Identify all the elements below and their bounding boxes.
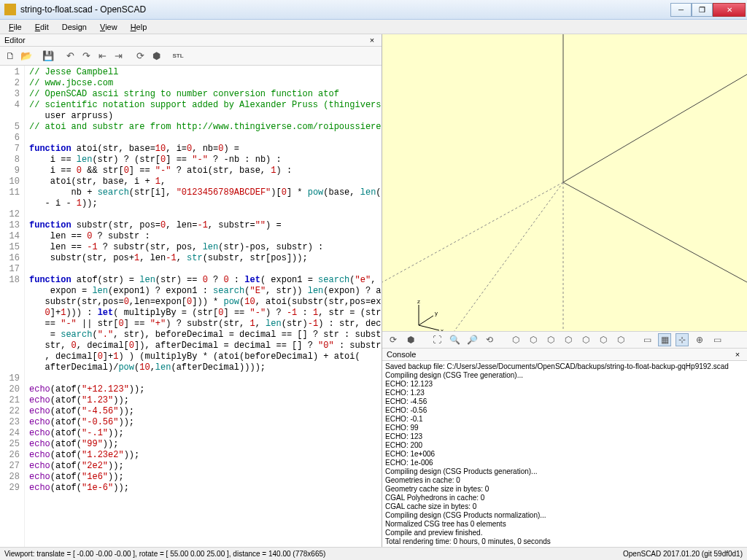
status-right: OpenSCAD 2017.01.20 (git 59df0d1)	[623, 550, 743, 558]
vt-front-icon[interactable]: ⬡	[579, 333, 592, 346]
menu-help[interactable]: Help	[125, 21, 153, 33]
console-output[interactable]: Saved backup file: C:/Users/Jesse/Docume…	[382, 361, 747, 547]
close-button[interactable]: ✕	[713, 3, 746, 17]
editor-header-label: Editor	[4, 36, 26, 44]
window-buttons: ─ ❐ ✕	[670, 3, 746, 17]
vt-diag-icon[interactable]: ⬡	[614, 333, 627, 346]
editor-header: Editor ×	[0, 34, 382, 47]
maximize-button[interactable]: ❐	[692, 3, 713, 17]
main-area: Editor × 🗋 📂 💾 ↶ ↷ ⇤ ⇥ ⟳ ⬢ STL 123456789…	[0, 34, 747, 547]
svg-line-7	[419, 325, 439, 330]
console-header: Console ×	[382, 349, 747, 361]
viewport-3d[interactable]: z x y	[382, 34, 747, 331]
svg-line-2	[563, 182, 747, 282]
undo-icon[interactable]: ↶	[63, 49, 77, 63]
vt-top-icon[interactable]: ⬡	[527, 333, 540, 346]
vt-persp-icon[interactable]: ▭	[640, 333, 654, 346]
menu-design[interactable]: Design	[56, 21, 93, 33]
svg-line-4	[426, 182, 563, 331]
app-icon	[4, 4, 16, 15]
vt-axes-icon[interactable]: ⊹	[676, 333, 689, 346]
vt-scale-icon[interactable]: ▭	[711, 333, 724, 346]
svg-text:y: y	[435, 310, 438, 316]
svg-text:z: z	[417, 298, 420, 305]
vt-cross-icon[interactable]: ⊕	[693, 333, 706, 346]
vt-render-icon[interactable]: ⬢	[404, 333, 417, 346]
svg-line-3	[382, 182, 563, 282]
code-area[interactable]: // Jesse Campbell// www.jbcse.com// Open…	[25, 66, 382, 547]
new-icon[interactable]: 🗋	[3, 49, 18, 63]
svg-line-8	[419, 316, 433, 325]
menu-edit[interactable]: Edit	[29, 21, 55, 33]
vt-viewall-icon[interactable]: ⛶	[430, 333, 444, 346]
indent-icon[interactable]: ⇥	[111, 49, 125, 63]
menubar: File Edit Design View Help	[0, 20, 747, 34]
vt-back-icon[interactable]: ⬡	[597, 333, 610, 346]
vt-zoomout-icon[interactable]: 🔎	[465, 333, 479, 346]
view-toolbar: ⟳ ⬢ ⛶ 🔍 🔎 ⟲ ⬡ ⬡ ⬡ ⬡ ⬡ ⬡ ⬡ ▭ ▦ ⊹ ⊕ ▭	[382, 331, 747, 349]
minimize-button[interactable]: ─	[670, 3, 692, 17]
menu-file[interactable]: File	[3, 21, 28, 33]
open-icon[interactable]: 📂	[19, 49, 34, 63]
titlebar: string-to-float.scad - OpenSCAD ─ ❐ ✕	[0, 0, 747, 20]
vt-bottom-icon[interactable]: ⬡	[544, 333, 557, 346]
grid-lines-icon	[382, 34, 747, 331]
redo-icon[interactable]: ↷	[79, 49, 93, 63]
unindent-icon[interactable]: ⇤	[95, 49, 109, 63]
console-pane: Console × Saved backup file: C:/Users/Je…	[382, 349, 747, 547]
render-icon[interactable]: ⬢	[149, 49, 163, 63]
console-header-label: Console	[387, 350, 416, 359]
editor-close-icon[interactable]: ×	[367, 36, 377, 44]
menu-view[interactable]: View	[94, 21, 123, 33]
line-gutter: 1234567891011121314151617181920212223242…	[0, 66, 25, 547]
vt-ortho-icon[interactable]: ▦	[658, 333, 671, 346]
export-stl-icon[interactable]: STL	[171, 49, 185, 63]
right-pane: z x y ⟳ ⬢ ⛶ 🔍 🔎 ⟲ ⬡ ⬡ ⬡ ⬡ ⬡ ⬡ ⬡ ▭ ▦	[382, 34, 747, 547]
status-left: Viewport: translate = [ -0.00 -0.00 -0.0…	[4, 550, 325, 558]
console-close-icon[interactable]: ×	[732, 350, 743, 359]
window-title: string-to-float.scad - OpenSCAD	[20, 4, 670, 15]
svg-line-1	[563, 74, 747, 182]
code-editor[interactable]: 1234567891011121314151617181920212223242…	[0, 66, 382, 547]
save-icon[interactable]: 💾	[41, 49, 55, 63]
svg-text:x: x	[441, 327, 444, 331]
editor-pane: Editor × 🗋 📂 💾 ↶ ↷ ⇤ ⇥ ⟳ ⬢ STL 123456789…	[0, 34, 382, 547]
vt-zoomin-icon[interactable]: 🔍	[448, 333, 461, 346]
preview-icon[interactable]: ⟳	[133, 49, 147, 63]
editor-toolbar: 🗋 📂 💾 ↶ ↷ ⇤ ⇥ ⟳ ⬢ STL	[0, 47, 382, 66]
statusbar: Viewport: translate = [ -0.00 -0.00 -0.0…	[0, 547, 747, 560]
vt-preview-icon[interactable]: ⟳	[387, 333, 400, 346]
vt-reset-icon[interactable]: ⟲	[483, 333, 496, 346]
vt-left-icon[interactable]: ⬡	[562, 333, 575, 346]
vt-right-icon[interactable]: ⬡	[509, 333, 522, 346]
